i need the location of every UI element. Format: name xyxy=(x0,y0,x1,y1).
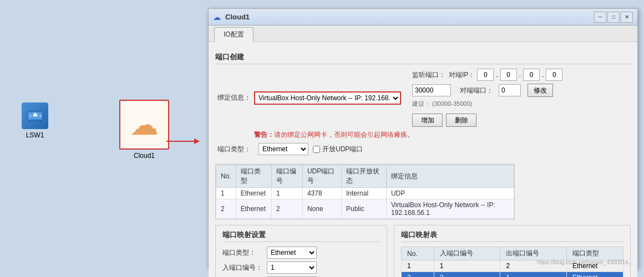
udp-checkbox[interactable] xyxy=(313,146,320,153)
monitor-port-label: 监听端口： xyxy=(412,70,445,80)
mapping-cell-0: 2 xyxy=(402,272,434,278)
table-row[interactable]: 2Ethernet2NonePublicVirtualBox Host-Only… xyxy=(216,199,514,219)
mt-col-in: 入端口编号 xyxy=(434,247,500,260)
svg-text:❄: ❄ xyxy=(33,112,37,118)
titlebar: ☁ Cloud1 ─ □ ✕ xyxy=(209,9,637,25)
main-window: ☁ Cloud1 ─ □ ✕ IO配置 端口创建 绑定信息： VirtualBo… xyxy=(208,8,638,269)
mapping-settings-title: 端口映射设置 xyxy=(222,230,380,242)
mapping-type-select[interactable]: Ethernet UDP xyxy=(267,247,317,259)
mt-col-out: 出端口编号 xyxy=(500,247,567,260)
add-button[interactable]: 增加 xyxy=(412,114,443,127)
window-title: Cloud1 xyxy=(225,13,594,21)
monitoring-panel: 监听端口： 对端IP： . . . xyxy=(412,69,562,127)
monitor-port-row: 监听端口： 对端IP： . . . xyxy=(412,69,562,81)
lsw1-icon[interactable]: ❄ LSW1 xyxy=(16,102,54,139)
col-binding: 绑定信息 xyxy=(386,165,514,188)
lsw1-icon-img: ❄ xyxy=(22,102,48,129)
cloud1-shape: ☁ xyxy=(130,108,159,141)
tab-io-config[interactable]: IO配置 xyxy=(214,27,253,42)
mapping-cell-3: Ethernet xyxy=(567,272,623,278)
peer-port-label: 对端端口： xyxy=(460,86,493,95)
port-mapping-settings: 端口映射设置 端口类型： Ethernet UDP 入端口编号： 1 2 xyxy=(215,225,387,277)
mapping-table-row[interactable]: 221Ethernet xyxy=(402,272,623,278)
peer-ip-seg2[interactable] xyxy=(500,69,517,81)
port-creation-title: 端口创建 xyxy=(215,52,631,64)
mapping-cell-2: 1 xyxy=(500,272,567,278)
table-cell-4: Public xyxy=(342,199,387,219)
suggest-row: 建议： (30000-35000) xyxy=(412,100,562,108)
in-port-label: 入端口编号： xyxy=(222,263,267,273)
in-port-row: 入端口编号： 1 2 xyxy=(222,261,380,274)
arrow-container xyxy=(166,136,200,148)
svg-point-5 xyxy=(39,115,42,117)
mapping-type-row: 端口类型： Ethernet UDP xyxy=(222,247,380,259)
binding-row: 绑定信息： VirtualBox Host-Only Network -- IP… xyxy=(215,69,631,127)
col-status: 端口开放状态 xyxy=(342,165,387,188)
col-no: No. xyxy=(216,165,236,188)
table-cell-5: UDP xyxy=(386,188,514,199)
table-cell-3: 4378 xyxy=(302,188,341,199)
monitor-port-input[interactable] xyxy=(412,84,451,96)
warning-text: 请勿绑定公网网卡，否则可能会引起网络瘫痪。 xyxy=(274,130,414,140)
table-cell-5: VirtualBox Host-Only Network -- IP: 192.… xyxy=(386,199,514,219)
port-table: No. 端口类型 端口编号 UDP端口号 端口开放状态 绑定信息 1Ethern… xyxy=(215,164,515,219)
desktop: ❄ LSW1 ☁ Cloud1 ☁ Cloud1 ─ □ ✕ xyxy=(0,0,644,277)
cloud1-box: ☁ xyxy=(119,100,169,150)
arrow-icon xyxy=(166,136,200,147)
peer-port-input[interactable] xyxy=(499,84,521,96)
warning-row: 警告： 请勿绑定公网网卡，否则可能会引起网络瘫痪。 xyxy=(215,130,631,140)
mapping-type-label: 端口类型： xyxy=(222,248,267,258)
table-row[interactable]: 1Ethernet14378InternalUDP xyxy=(216,188,514,199)
udp-checkbox-label[interactable]: 开放UDP端口 xyxy=(313,145,363,154)
window-content: 端口创建 绑定信息： VirtualBox Host-Only Network … xyxy=(209,42,637,277)
port-type-select[interactable]: Ethernet UDP xyxy=(258,143,308,155)
table-cell-1: Ethernet xyxy=(236,188,271,199)
col-type: 端口类型 xyxy=(236,165,271,188)
titlebar-buttons: ─ □ ✕ xyxy=(594,12,633,23)
binding-select[interactable]: VirtualBox Host-Only Network -- IP: 192.… xyxy=(254,91,401,105)
col-port-no: 端口编号 xyxy=(272,165,303,188)
minimize-button[interactable]: ─ xyxy=(594,12,606,23)
table-cell-0: 2 xyxy=(216,199,236,219)
suggest-range: (30000-35000) xyxy=(432,100,472,107)
svg-point-2 xyxy=(29,115,32,117)
table-cell-1: Ethernet xyxy=(236,199,271,219)
table-cell-2: 2 xyxy=(272,199,303,219)
suggest-label: 建议： xyxy=(412,100,430,107)
delete-button[interactable]: 删除 xyxy=(446,114,476,127)
mapping-cell-1: 2 xyxy=(434,272,500,278)
peer-ip-seg3[interactable] xyxy=(523,69,540,81)
close-button[interactable]: ✕ xyxy=(621,12,633,23)
port-type-label: 端口类型： xyxy=(215,145,254,154)
in-port-select[interactable]: 1 2 xyxy=(267,261,317,274)
lsw1-label: LSW1 xyxy=(26,131,44,139)
add-delete-buttons: 增加 删除 xyxy=(412,114,562,127)
edit-button[interactable]: 修改 xyxy=(528,84,553,97)
port-creation-section: 端口创建 绑定信息： VirtualBox Host-Only Network … xyxy=(215,48,631,160)
mt-col-no: No. xyxy=(402,247,434,260)
peer-ip-seg4[interactable] xyxy=(546,69,562,81)
mapping-cell-1: 1 xyxy=(434,260,500,272)
cloud1-desktop-icon[interactable]: ☁ Cloud1 xyxy=(116,100,172,160)
table-cell-3: None xyxy=(302,199,341,219)
monitor-port-value-row: 对端端口： 修改 xyxy=(412,84,562,97)
table-cell-4: Internal xyxy=(342,188,387,199)
port-type-row: 端口类型： Ethernet UDP 开放UDP端口 xyxy=(215,143,631,155)
udp-checkbox-text: 开放UDP端口 xyxy=(322,145,363,154)
warning-prefix: 警告： xyxy=(254,130,274,140)
mt-col-type: 端口类型 xyxy=(567,247,623,260)
maximize-button[interactable]: □ xyxy=(607,12,620,23)
tabbar: IO配置 xyxy=(209,25,637,42)
peer-ip-seg1[interactable] xyxy=(477,69,494,81)
cloud1-desktop-label: Cloud1 xyxy=(134,152,155,160)
port-mapping-table-panel: 端口映射表 No. 入端口编号 出端口编号 端口类型 112Ethernet22… xyxy=(394,225,631,277)
binding-label: 绑定信息： xyxy=(215,93,254,102)
table-cell-0: 1 xyxy=(216,188,236,199)
table-cell-2: 1 xyxy=(272,188,303,199)
bottom-section: 端口映射设置 端口类型： Ethernet UDP 入端口编号： 1 2 xyxy=(215,225,631,277)
svg-marker-10 xyxy=(194,138,200,144)
mapping-cell-0: 1 xyxy=(402,260,434,272)
peer-ip-area: 对端IP： . . . xyxy=(449,69,562,81)
peer-ip-label: 对端IP： xyxy=(449,70,475,80)
mapping-table-title: 端口映射表 xyxy=(401,230,623,242)
